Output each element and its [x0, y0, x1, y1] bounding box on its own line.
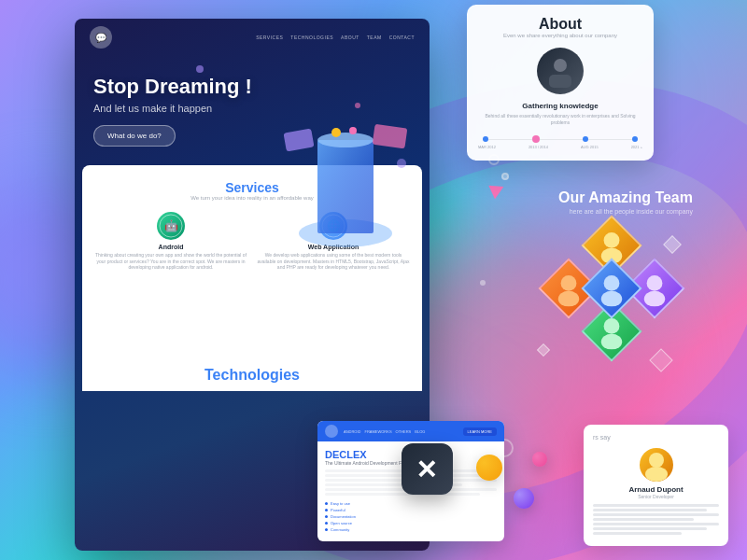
- testimonial-line-7: [593, 532, 682, 535]
- declex-x-icon: ✕: [402, 443, 453, 495]
- svg-point-23: [601, 334, 622, 350]
- svg-point-14: [554, 59, 567, 72]
- svg-point-27: [649, 453, 664, 468]
- about-icon-circle: [537, 48, 584, 94]
- testimonial-card: rs say Arnaud Dupont Senior Developer: [584, 425, 728, 546]
- about-card: About Even we share everything about our…: [467, 5, 654, 161]
- testimonial-line-6: [593, 527, 707, 530]
- text-line-6: [325, 493, 480, 496]
- testimonial-person-role: Senior Developer: [593, 494, 719, 499]
- nav-link-contact[interactable]: CONTACT: [389, 35, 415, 40]
- main-nav: 💬 SERVICES TECHNOLOGIES ABOUT TEAM CONTA…: [75, 19, 430, 56]
- declex-nav: ANDROID FRAMEWORKS OTHERS BLOG LEARN MOR…: [317, 421, 504, 441]
- svg-rect-9: [391, 190, 403, 203]
- svg-point-16: [604, 232, 620, 248]
- testimonial-line-4: [593, 518, 694, 521]
- tl-label-3: AUG 2015: [581, 145, 599, 149]
- svg-point-24: [604, 275, 620, 291]
- timeline: [478, 135, 642, 143]
- tl-label-1: MAR 2012: [478, 145, 496, 149]
- svg-point-28: [645, 467, 668, 482]
- nav-link-team[interactable]: TEAM: [367, 35, 382, 40]
- svg-point-8: [397, 159, 406, 168]
- about-gathering-title: Gathering knowledge: [478, 102, 642, 110]
- testimonial-line-3: [593, 513, 719, 516]
- about-title: About: [478, 16, 642, 33]
- timeline-line-3: [588, 139, 632, 140]
- svg-point-22: [604, 318, 620, 334]
- feature-3: Documentation: [325, 514, 497, 519]
- technologies-title: Technologies: [90, 359, 415, 387]
- android-icon: 🤖: [157, 212, 185, 240]
- service-web-desc: We develop web applications using some o…: [256, 252, 411, 271]
- svg-text:🤖: 🤖: [164, 218, 178, 232]
- timeline-line-1: [488, 139, 532, 140]
- declex-nav-cta[interactable]: LEARN MORE: [463, 427, 497, 436]
- logo-icon: 💬: [95, 33, 106, 43]
- timeline-line-2: [540, 139, 584, 140]
- declex-nav-android[interactable]: ANDROID: [344, 429, 360, 434]
- nav-link-services[interactable]: SERVICES: [256, 35, 283, 40]
- hero-title: Stop Dreaming !: [93, 75, 411, 99]
- team-card: Our Amazing Team here are all the people…: [495, 182, 700, 381]
- tl-label-2: 2013 / 2014: [529, 145, 548, 149]
- feature-4: Open source: [325, 521, 497, 525]
- mini-diamond-2: [537, 343, 550, 357]
- about-gathering-desc: Behind all these essentially revolutiona…: [478, 113, 642, 126]
- svg-point-25: [601, 291, 622, 307]
- avatar-svg: [640, 448, 673, 482]
- testimonial-avatar: [640, 448, 673, 482]
- service-android: 🤖 Android Thinking about creating your o…: [93, 212, 248, 271]
- about-icon-svg: [542, 52, 579, 90]
- svg-point-21: [644, 291, 665, 307]
- declex-nav-frameworks[interactable]: FRAMEWORKS: [364, 429, 391, 434]
- team-title: Our Amazing Team: [502, 189, 693, 206]
- feature-5: Community: [325, 527, 497, 532]
- hero-section: Stop Dreaming ! And let us make it happe…: [75, 56, 430, 156]
- deco-circle-4: [480, 280, 486, 286]
- hero-subtitle: And let us make it happen: [93, 103, 411, 114]
- timeline-dot-2: [532, 135, 540, 143]
- svg-rect-7: [293, 176, 307, 190]
- declex-nav-logo: [325, 425, 338, 438]
- hero-cta-button[interactable]: What do we do?: [93, 125, 176, 147]
- declex-nav-blog[interactable]: BLOG: [415, 429, 425, 434]
- svg-point-20: [647, 275, 663, 291]
- svg-point-19: [558, 291, 579, 307]
- svg-point-18: [561, 275, 577, 291]
- timeline-dot-4: [632, 136, 638, 142]
- planet-orange: [476, 455, 502, 481]
- svg-text:✕: ✕: [416, 455, 437, 484]
- declex-features: Easy to use Powerful Documentation Open …: [325, 501, 497, 532]
- feature-1: Easy to use: [325, 501, 497, 506]
- timeline-labels: MAR 2012 2013 / 2014 AUG 2015 2021 +: [478, 145, 642, 149]
- planet-pink: [532, 452, 547, 467]
- svg-rect-15: [549, 75, 571, 88]
- nav-link-technologies[interactable]: TECHNOLOGIES: [290, 35, 333, 40]
- team-subtitle: here are all the people inside our compa…: [502, 208, 693, 215]
- about-subtitle: Even we share everything about our compa…: [478, 33, 642, 38]
- service-android-name: Android: [93, 244, 248, 250]
- service-android-desc: Thinking about creating your own app and…: [93, 252, 248, 271]
- testimonial-line-1: [593, 504, 719, 507]
- nav-logo: 💬: [90, 26, 112, 49]
- testimonial-line-5: [593, 523, 719, 525]
- declex-nav-others[interactable]: OTHERS: [396, 429, 412, 434]
- mini-diamond-1: [663, 235, 682, 254]
- hero-content: Stop Dreaming ! And let us make it happe…: [75, 56, 430, 156]
- testimonial-label: rs say: [593, 434, 719, 441]
- planet-purple: [514, 488, 534, 509]
- testimonial-text-lines: [593, 504, 719, 535]
- testimonial-line-2: [593, 509, 707, 511]
- deco-circle-2: [501, 173, 509, 180]
- team-member-center: [581, 258, 641, 318]
- tl-label-4: 2021 +: [631, 145, 642, 149]
- mini-diamond-3: [649, 348, 672, 371]
- declex-nav-links: ANDROID FRAMEWORKS OTHERS BLOG: [344, 429, 425, 434]
- feature-2: Powerful: [325, 508, 497, 512]
- testimonial-person-name: Arnaud Dupont: [593, 485, 719, 494]
- technologies-section: Technologies: [82, 352, 422, 391]
- team-diamonds-container: [534, 224, 693, 373]
- nav-link-about[interactable]: ABOUT: [341, 35, 359, 40]
- nav-links: SERVICES TECHNOLOGIES ABOUT TEAM CONTACT: [256, 35, 415, 40]
